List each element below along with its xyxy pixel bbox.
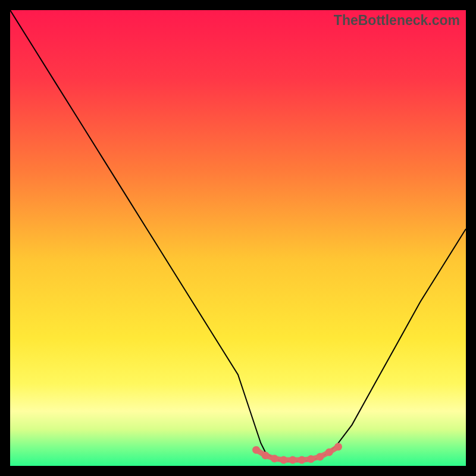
- svg-point-3: [271, 455, 278, 462]
- svg-point-10: [334, 443, 342, 450]
- chart-frame: TheBottleneck.com: [0, 0, 476, 476]
- svg-point-6: [298, 456, 306, 464]
- svg-point-8: [316, 453, 324, 461]
- svg-point-2: [262, 452, 270, 459]
- svg-point-9: [325, 449, 333, 456]
- svg-point-5: [289, 456, 296, 464]
- plot-area: TheBottleneck.com: [10, 10, 466, 466]
- svg-point-1: [252, 446, 260, 454]
- svg-point-7: [307, 455, 315, 463]
- bottleneck-curve: [10, 10, 466, 466]
- svg-point-4: [280, 456, 287, 464]
